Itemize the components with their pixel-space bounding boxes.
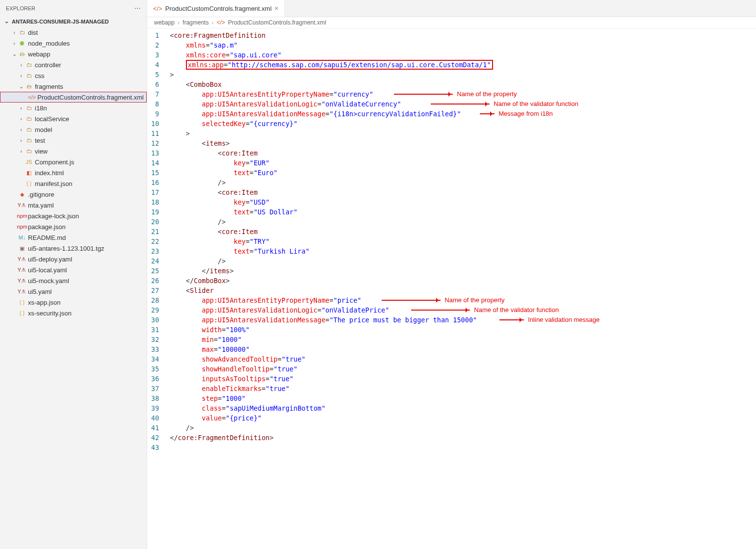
code-line[interactable]: max="100000" xyxy=(170,344,493,354)
tree-item[interactable]: ›🗀model xyxy=(0,124,147,135)
code-line[interactable]: /> xyxy=(170,217,493,227)
code-line[interactable]: inputsAsTooltips="true" xyxy=(170,374,493,384)
tree-item[interactable]: ›⬢node_modules xyxy=(0,38,147,49)
annotation-text: Name of the validator function xyxy=(494,99,578,109)
code-line[interactable]: app:UI5AntaresValidationMessage="{i18n>c… xyxy=(170,109,493,119)
chevron-icon: › xyxy=(18,137,25,143)
code-line[interactable]: key="EUR" xyxy=(170,158,493,168)
tree-item[interactable]: Y⩚ui5-local.yaml xyxy=(0,264,147,275)
chevron-icon: › xyxy=(18,148,25,154)
chevron-icon: ⌄ xyxy=(18,83,25,90)
code-line[interactable]: /> xyxy=(170,178,493,187)
tree-item[interactable]: { }manifest.json xyxy=(0,178,147,189)
tree-item[interactable]: npmpackage-lock.json xyxy=(0,210,147,221)
annotation-text: Name of the property xyxy=(444,295,504,305)
code-line[interactable]: text="Turkish Lira" xyxy=(170,246,493,256)
M↓-icon: M↓ xyxy=(18,234,26,241)
tree-item-label: ProductCustomControls.fragment.xml xyxy=(37,94,144,101)
tree-item-label: ui5-local.yaml xyxy=(28,266,67,274)
tree-item[interactable]: ⌄🗁fragments xyxy=(0,81,147,92)
code-line[interactable]: enableTickmarks="true" xyxy=(170,384,493,393)
code-line[interactable]: /> xyxy=(170,423,493,433)
code-line[interactable]: <items> xyxy=(170,138,493,148)
tree-item[interactable]: ◧index.html xyxy=(0,167,147,178)
code-line[interactable]: app:UI5AntaresValidationMessage="The pri… xyxy=(170,315,493,325)
breadcrumb-segment[interactable]: webapp xyxy=(154,19,175,26)
code-line[interactable]: <core:Item xyxy=(170,148,493,158)
code-line[interactable]: key="TRY" xyxy=(170,236,493,246)
tree-item[interactable]: { }xs-security.json xyxy=(0,308,147,318)
code-line[interactable]: xmlns="sap.m" xyxy=(170,40,493,50)
breadcrumb-segment[interactable]: fragments xyxy=(182,19,209,26)
tree-item[interactable]: ◆.gitignore xyxy=(0,189,147,200)
tree-item-label: .gitignore xyxy=(28,191,54,198)
tree-item[interactable]: </>ProductCustomControls.fragment.xml xyxy=(0,92,147,103)
code-line[interactable]: <core:FragmentDefinition xyxy=(170,30,493,40)
tree-item[interactable]: ›🗀i18n xyxy=(0,103,147,113)
code-line[interactable]: </ComboBox> xyxy=(170,276,493,286)
tree-item[interactable]: ›🗀test xyxy=(0,135,147,146)
code-line[interactable]: text="US Dollar" xyxy=(170,207,493,217)
yaml-icon: Y⩚ xyxy=(18,277,26,285)
tree-item[interactable]: Y⩚mta.yaml xyxy=(0,200,147,210)
xml-icon: </> xyxy=(28,93,36,101)
tree-item-label: package.json xyxy=(28,223,66,231)
code-line[interactable]: /> xyxy=(170,256,493,266)
code-line[interactable]: <Slider xyxy=(170,286,493,295)
node-icon: ⬢ xyxy=(18,39,26,47)
tab-active[interactable]: </> ProductCustomControls.fragment.xml × xyxy=(147,0,285,17)
npm-icon: npm xyxy=(18,223,26,231)
project-root[interactable]: ⌄ ANTARES-CONSUMER-JS-MANAGED xyxy=(0,17,147,26)
tree-item[interactable]: M↓README.md xyxy=(0,232,147,243)
yaml-icon: Y⩚ xyxy=(18,255,26,263)
code-line[interactable]: <core:Item xyxy=(170,187,493,197)
breadcrumb[interactable]: webapp › fragments › </> ProductCustomCo… xyxy=(147,17,756,28)
tree-item[interactable]: ›🗀localService xyxy=(0,113,147,124)
tree-item-label: localService xyxy=(35,115,69,123)
breadcrumb-segment[interactable]: ProductCustomControls.fragment.xml xyxy=(228,19,326,26)
code-line[interactable]: selectedKey="{currency}" xyxy=(170,119,493,129)
tree-item[interactable]: npmpackage.json xyxy=(0,221,147,232)
tree-item[interactable]: Y⩚ui5.yaml xyxy=(0,286,147,297)
code-line[interactable] xyxy=(170,443,493,452)
code-line[interactable]: > xyxy=(170,129,493,138)
close-icon[interactable]: × xyxy=(275,4,279,12)
chevron-icon: › xyxy=(18,105,25,111)
code-line[interactable]: min="1000" xyxy=(170,335,493,344)
tree-item-label: webapp xyxy=(28,51,51,58)
code-line[interactable]: width="100%" xyxy=(170,325,493,335)
npm-icon: npm xyxy=(18,212,26,220)
tree-item[interactable]: ›🗀dist xyxy=(0,27,147,38)
code-content[interactable]: <core:FragmentDefinition xmlns="sap.m" x… xyxy=(166,28,496,549)
code-line[interactable]: text="Euro" xyxy=(170,168,493,178)
code-line[interactable]: showAdvancedTooltip="true" xyxy=(170,354,493,364)
code-line[interactable]: xmlns:core="sap.ui.core" xyxy=(170,50,493,60)
code-line[interactable]: </core:FragmentDefinition> xyxy=(170,433,493,443)
tree-item[interactable]: ⌄🗁webapp xyxy=(0,49,147,59)
git-icon: ◆ xyxy=(18,190,26,198)
tree-item[interactable]: ›🗀css xyxy=(0,70,147,81)
tree-item-label: index.html xyxy=(35,169,64,177)
code-line[interactable]: <core:Item xyxy=(170,227,493,236)
annotation-text: Name of the validator function xyxy=(474,305,559,315)
code-line[interactable]: </items> xyxy=(170,266,493,276)
tree-item[interactable]: { }xs-app.json xyxy=(0,297,147,308)
code-line[interactable]: xmlns:app="http://schemas.sap.com/sapui5… xyxy=(170,60,493,70)
tree-item[interactable]: ▣ui5-antares-1.123.1001.tgz xyxy=(0,243,147,254)
tree-item[interactable]: JSComponent.js xyxy=(0,157,147,167)
code-line[interactable]: value="{price}" xyxy=(170,413,493,423)
code-line[interactable]: > xyxy=(170,70,493,79)
code-editor[interactable]: 1234567891011121314151617181920212223242… xyxy=(147,28,756,549)
xml-file-icon: </> xyxy=(153,5,162,12)
tree-item[interactable]: Y⩚ui5-mock.yaml xyxy=(0,275,147,286)
code-line[interactable]: step="1000" xyxy=(170,393,493,403)
explorer-more-icon[interactable]: ··· xyxy=(134,4,141,13)
code-line[interactable]: <ComboBox xyxy=(170,79,493,89)
code-line[interactable]: key="USD" xyxy=(170,197,493,207)
tab-label: ProductCustomControls.fragment.xml xyxy=(165,5,272,12)
tree-item[interactable]: ›🗀controller xyxy=(0,59,147,70)
code-line[interactable]: class="sapUiMediumMarginBottom" xyxy=(170,403,493,413)
code-line[interactable]: showHandleTooltip="true" xyxy=(170,364,493,374)
tree-item[interactable]: Y⩚ui5-deploy.yaml xyxy=(0,254,147,264)
tree-item[interactable]: ›🗀view xyxy=(0,146,147,157)
